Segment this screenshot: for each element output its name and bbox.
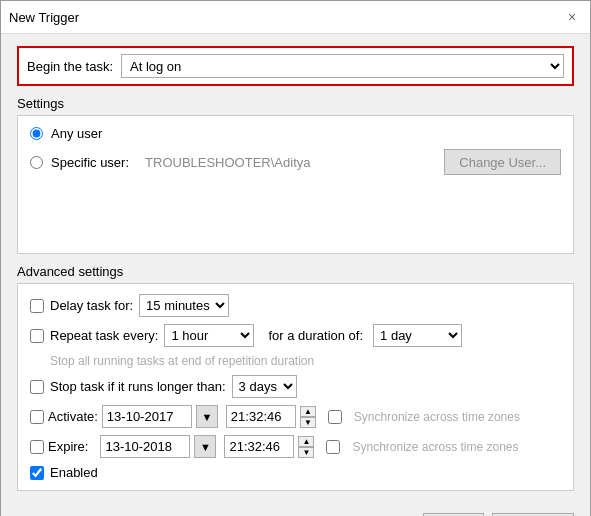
activate-time-input[interactable]: 21:32:46 — [226, 405, 296, 428]
expire-time-down-button[interactable]: ▼ — [298, 447, 314, 458]
activate-date-input[interactable]: 13-10-2017 — [102, 405, 192, 428]
expire-spinner: ▲ ▼ — [298, 436, 314, 458]
settings-spacer — [30, 183, 561, 243]
delay-task-select[interactable]: 15 minutes 30 minutes 1 hour — [139, 294, 229, 317]
close-button[interactable]: × — [562, 7, 582, 27]
stop-longer-checkbox[interactable] — [30, 380, 44, 394]
any-user-row: Any user — [30, 126, 561, 141]
dialog-body: Begin the task: At log on On a schedule … — [1, 34, 590, 503]
delay-task-row: Delay task for: 15 minutes 30 minutes 1 … — [30, 294, 561, 317]
dialog-footer: OK Cancel — [1, 503, 590, 516]
settings-box: Any user Specific user: TROUBLESHOOTER\A… — [17, 115, 574, 254]
expire-time-up-button[interactable]: ▲ — [298, 436, 314, 447]
activate-checkbox[interactable] — [30, 410, 44, 424]
specific-user-radio[interactable] — [30, 156, 43, 169]
title-bar: New Trigger × — [1, 1, 590, 34]
specific-user-value: TROUBLESHOOTER\Aditya — [145, 155, 436, 170]
enabled-label: Enabled — [50, 465, 98, 480]
stop-longer-label: Stop task if it runs longer than: — [50, 379, 226, 394]
duration-label: for a duration of: — [268, 328, 363, 343]
begin-task-select[interactable]: At log on On a schedule At startup On an… — [121, 54, 564, 78]
delay-task-checkbox[interactable] — [30, 299, 44, 313]
activate-label: Activate: — [48, 409, 98, 424]
activate-calendar-button[interactable]: ▼ — [196, 405, 218, 428]
begin-task-row: Begin the task: At log on On a schedule … — [17, 46, 574, 86]
specific-user-label: Specific user: — [51, 155, 129, 170]
specific-user-row: Specific user: TROUBLESHOOTER\Aditya Cha… — [30, 149, 561, 175]
enabled-checkbox[interactable] — [30, 466, 44, 480]
begin-task-label: Begin the task: — [27, 59, 113, 74]
expire-sync-label: Synchronize across time zones — [352, 440, 518, 454]
activate-sync-label: Synchronize across time zones — [354, 410, 520, 424]
delay-task-label: Delay task for: — [50, 298, 133, 313]
repeat-task-checkbox[interactable] — [30, 329, 44, 343]
expire-label: Expire: — [48, 439, 88, 454]
change-user-button[interactable]: Change User... — [444, 149, 561, 175]
expire-checkbox[interactable] — [30, 440, 44, 454]
stop-all-row: Stop all running tasks at end of repetit… — [30, 354, 561, 368]
expire-date-input[interactable]: 13-10-2018 — [100, 435, 190, 458]
activate-row: Activate: 13-10-2017 ▼ 21:32:46 ▲ ▼ Sync… — [30, 405, 561, 428]
repeat-task-label: Repeat task every: — [50, 328, 158, 343]
activate-spinner: ▲ ▼ — [300, 406, 316, 428]
dialog-title: New Trigger — [9, 10, 79, 25]
activate-time-down-button[interactable]: ▼ — [300, 417, 316, 428]
enabled-row: Enabled — [30, 465, 561, 480]
settings-section: Settings Any user Specific user: TROUBLE… — [17, 96, 574, 254]
new-trigger-dialog: New Trigger × Begin the task: At log on … — [0, 0, 591, 516]
settings-section-label: Settings — [17, 96, 574, 111]
repeat-task-row: Repeat task every: 1 hour 30 minutes 15 … — [30, 324, 561, 347]
stop-longer-row: Stop task if it runs longer than: 3 days… — [30, 375, 561, 398]
activate-sync-checkbox[interactable] — [328, 410, 342, 424]
stop-longer-select[interactable]: 3 days 1 day 1 hour — [232, 375, 297, 398]
duration-select[interactable]: 1 day 12 hours Indefinitely — [373, 324, 462, 347]
expire-sync-checkbox[interactable] — [326, 440, 340, 454]
activate-time-up-button[interactable]: ▲ — [300, 406, 316, 417]
expire-row: Expire: 13-10-2018 ▼ 21:32:46 ▲ ▼ Synchr… — [30, 435, 561, 458]
any-user-label: Any user — [51, 126, 102, 141]
advanced-box: Delay task for: 15 minutes 30 minutes 1 … — [17, 283, 574, 491]
advanced-section: Advanced settings Delay task for: 15 min… — [17, 264, 574, 491]
expire-calendar-button[interactable]: ▼ — [194, 435, 216, 458]
advanced-section-label: Advanced settings — [17, 264, 574, 279]
repeat-task-select[interactable]: 1 hour 30 minutes 15 minutes — [164, 324, 254, 347]
any-user-radio[interactable] — [30, 127, 43, 140]
stop-all-label: Stop all running tasks at end of repetit… — [30, 354, 314, 368]
expire-time-input[interactable]: 21:32:46 — [224, 435, 294, 458]
